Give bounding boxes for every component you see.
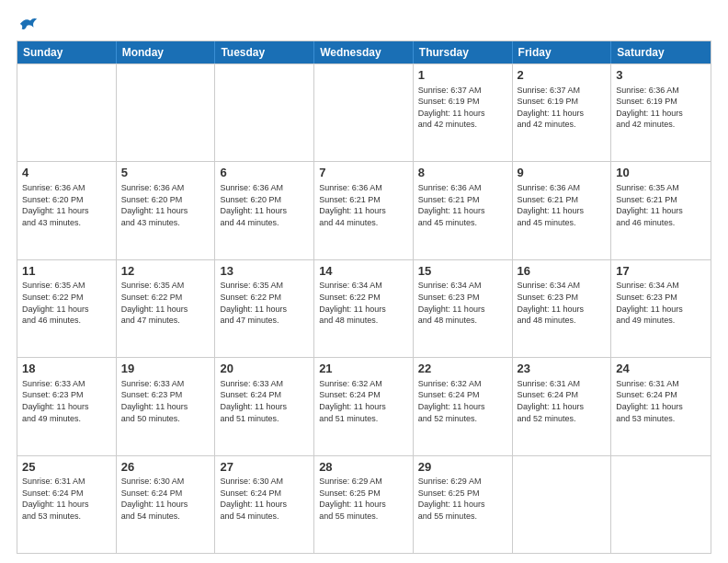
calendar-row-1: 4Sunrise: 6:36 AM Sunset: 6:20 PM Daylig… <box>17 161 711 259</box>
cell-info: Sunrise: 6:32 AM Sunset: 6:24 PM Dayligh… <box>418 378 507 424</box>
day-number: 9 <box>518 165 607 181</box>
day-number: 28 <box>319 459 408 476</box>
day-number: 26 <box>121 459 210 476</box>
calendar-cell-9: 9Sunrise: 6:36 AM Sunset: 6:21 PM Daylig… <box>513 162 612 259</box>
day-number: 16 <box>518 263 607 280</box>
cell-info: Sunrise: 6:35 AM Sunset: 6:21 PM Dayligh… <box>616 182 706 228</box>
calendar-cell-6: 6Sunrise: 6:36 AM Sunset: 6:20 PM Daylig… <box>215 162 314 259</box>
calendar-cell-4: 4Sunrise: 6:36 AM Sunset: 6:20 PM Daylig… <box>17 162 117 259</box>
day-number: 4 <box>22 165 111 181</box>
cell-info: Sunrise: 6:31 AM Sunset: 6:24 PM Dayligh… <box>616 378 706 424</box>
cell-info: Sunrise: 6:36 AM Sunset: 6:21 PM Dayligh… <box>518 182 607 228</box>
calendar-cell-23: 23Sunrise: 6:31 AM Sunset: 6:24 PM Dayli… <box>513 358 612 454</box>
day-number: 14 <box>319 263 408 280</box>
day-number: 24 <box>616 361 706 377</box>
cell-info: Sunrise: 6:35 AM Sunset: 6:22 PM Dayligh… <box>22 280 111 326</box>
day-number: 27 <box>220 459 309 476</box>
day-number: 22 <box>418 361 507 377</box>
header-day-monday: Monday <box>117 41 216 63</box>
calendar-cell-27: 27Sunrise: 6:30 AM Sunset: 6:24 PM Dayli… <box>215 456 314 553</box>
cell-info: Sunrise: 6:37 AM Sunset: 6:19 PM Dayligh… <box>418 85 507 131</box>
calendar-row-2: 11Sunrise: 6:35 AM Sunset: 6:22 PM Dayli… <box>17 259 711 357</box>
page: SundayMondayTuesdayWednesdayThursdayFrid… <box>0 0 728 563</box>
cell-info: Sunrise: 6:33 AM Sunset: 6:23 PM Dayligh… <box>22 378 111 424</box>
calendar-cell-19: 19Sunrise: 6:33 AM Sunset: 6:23 PM Dayli… <box>117 358 216 454</box>
calendar-cell-17: 17Sunrise: 6:34 AM Sunset: 6:23 PM Dayli… <box>611 260 711 357</box>
calendar-cell-10: 10Sunrise: 6:35 AM Sunset: 6:21 PM Dayli… <box>611 162 711 259</box>
calendar-header: SundayMondayTuesdayWednesdayThursdayFrid… <box>17 41 711 63</box>
day-number: 12 <box>121 263 210 280</box>
calendar-cell-12: 12Sunrise: 6:35 AM Sunset: 6:22 PM Dayli… <box>117 260 216 357</box>
cell-info: Sunrise: 6:35 AM Sunset: 6:22 PM Dayligh… <box>121 280 210 326</box>
day-number: 3 <box>616 67 706 84</box>
day-number: 29 <box>418 459 507 476</box>
header-day-tuesday: Tuesday <box>215 41 314 63</box>
calendar-row-0: 1Sunrise: 6:37 AM Sunset: 6:19 PM Daylig… <box>17 63 711 161</box>
day-number: 1 <box>418 67 507 84</box>
header-day-sunday: Sunday <box>17 41 117 63</box>
day-number: 7 <box>319 165 408 181</box>
header-day-friday: Friday <box>513 41 612 63</box>
cell-info: Sunrise: 6:31 AM Sunset: 6:24 PM Dayligh… <box>518 378 607 424</box>
cell-info: Sunrise: 6:30 AM Sunset: 6:24 PM Dayligh… <box>220 476 309 522</box>
cell-info: Sunrise: 6:36 AM Sunset: 6:20 PM Dayligh… <box>121 182 210 228</box>
header-day-thursday: Thursday <box>414 41 513 63</box>
calendar-cell-empty <box>17 64 117 161</box>
cell-info: Sunrise: 6:36 AM Sunset: 6:20 PM Dayligh… <box>220 182 309 228</box>
cell-info: Sunrise: 6:37 AM Sunset: 6:19 PM Dayligh… <box>518 85 607 131</box>
day-number: 17 <box>616 263 706 280</box>
calendar-cell-empty <box>611 456 711 553</box>
calendar-cell-15: 15Sunrise: 6:34 AM Sunset: 6:23 PM Dayli… <box>414 260 513 357</box>
cell-info: Sunrise: 6:36 AM Sunset: 6:21 PM Dayligh… <box>418 182 507 228</box>
calendar-cell-empty <box>513 456 612 553</box>
logo-bird-icon <box>18 15 39 35</box>
cell-info: Sunrise: 6:30 AM Sunset: 6:24 PM Dayligh… <box>121 476 210 522</box>
calendar-cell-18: 18Sunrise: 6:33 AM Sunset: 6:23 PM Dayli… <box>17 358 117 454</box>
calendar-cell-20: 20Sunrise: 6:33 AM Sunset: 6:24 PM Dayli… <box>215 358 314 454</box>
calendar-cell-26: 26Sunrise: 6:30 AM Sunset: 6:24 PM Dayli… <box>117 456 216 553</box>
calendar-cell-empty <box>117 64 216 161</box>
day-number: 25 <box>22 459 111 476</box>
calendar-cell-13: 13Sunrise: 6:35 AM Sunset: 6:22 PM Dayli… <box>215 260 314 357</box>
calendar-cell-3: 3Sunrise: 6:36 AM Sunset: 6:19 PM Daylig… <box>611 64 711 161</box>
calendar-row-3: 18Sunrise: 6:33 AM Sunset: 6:23 PM Dayli… <box>17 357 711 454</box>
cell-info: Sunrise: 6:29 AM Sunset: 6:25 PM Dayligh… <box>319 476 408 522</box>
cell-info: Sunrise: 6:32 AM Sunset: 6:24 PM Dayligh… <box>319 378 408 424</box>
calendar-cell-16: 16Sunrise: 6:34 AM Sunset: 6:23 PM Dayli… <box>513 260 612 357</box>
cell-info: Sunrise: 6:34 AM Sunset: 6:22 PM Dayligh… <box>319 280 408 326</box>
cell-info: Sunrise: 6:34 AM Sunset: 6:23 PM Dayligh… <box>518 280 607 326</box>
header-day-wednesday: Wednesday <box>314 41 414 63</box>
calendar-cell-2: 2Sunrise: 6:37 AM Sunset: 6:19 PM Daylig… <box>513 64 612 161</box>
calendar-cell-21: 21Sunrise: 6:32 AM Sunset: 6:24 PM Dayli… <box>314 358 414 454</box>
day-number: 10 <box>616 165 706 181</box>
calendar-cell-29: 29Sunrise: 6:29 AM Sunset: 6:25 PM Dayli… <box>414 456 513 553</box>
header-day-saturday: Saturday <box>611 41 711 63</box>
calendar-cell-8: 8Sunrise: 6:36 AM Sunset: 6:21 PM Daylig… <box>414 162 513 259</box>
cell-info: Sunrise: 6:35 AM Sunset: 6:22 PM Dayligh… <box>220 280 309 326</box>
calendar-cell-5: 5Sunrise: 6:36 AM Sunset: 6:20 PM Daylig… <box>117 162 216 259</box>
calendar: SundayMondayTuesdayWednesdayThursdayFrid… <box>17 40 711 554</box>
cell-info: Sunrise: 6:33 AM Sunset: 6:23 PM Dayligh… <box>121 378 210 424</box>
day-number: 5 <box>121 165 210 181</box>
day-number: 2 <box>518 67 607 84</box>
cell-info: Sunrise: 6:36 AM Sunset: 6:19 PM Dayligh… <box>616 85 706 131</box>
day-number: 19 <box>121 361 210 377</box>
calendar-cell-empty <box>215 64 314 161</box>
day-number: 6 <box>220 165 309 181</box>
header <box>17 15 711 33</box>
calendar-cell-14: 14Sunrise: 6:34 AM Sunset: 6:22 PM Dayli… <box>314 260 414 357</box>
cell-info: Sunrise: 6:36 AM Sunset: 6:21 PM Dayligh… <box>319 182 408 228</box>
cell-info: Sunrise: 6:33 AM Sunset: 6:24 PM Dayligh… <box>220 378 309 424</box>
calendar-cell-24: 24Sunrise: 6:31 AM Sunset: 6:24 PM Dayli… <box>611 358 711 454</box>
calendar-cell-25: 25Sunrise: 6:31 AM Sunset: 6:24 PM Dayli… <box>17 456 117 553</box>
day-number: 13 <box>220 263 309 280</box>
cell-info: Sunrise: 6:29 AM Sunset: 6:25 PM Dayligh… <box>418 476 507 522</box>
day-number: 15 <box>418 263 507 280</box>
calendar-cell-11: 11Sunrise: 6:35 AM Sunset: 6:22 PM Dayli… <box>17 260 117 357</box>
calendar-row-4: 25Sunrise: 6:31 AM Sunset: 6:24 PM Dayli… <box>17 455 711 553</box>
calendar-cell-22: 22Sunrise: 6:32 AM Sunset: 6:24 PM Dayli… <box>414 358 513 454</box>
calendar-cell-7: 7Sunrise: 6:36 AM Sunset: 6:21 PM Daylig… <box>314 162 414 259</box>
calendar-body: 1Sunrise: 6:37 AM Sunset: 6:19 PM Daylig… <box>17 63 711 553</box>
day-number: 18 <box>22 361 111 377</box>
day-number: 23 <box>518 361 607 377</box>
